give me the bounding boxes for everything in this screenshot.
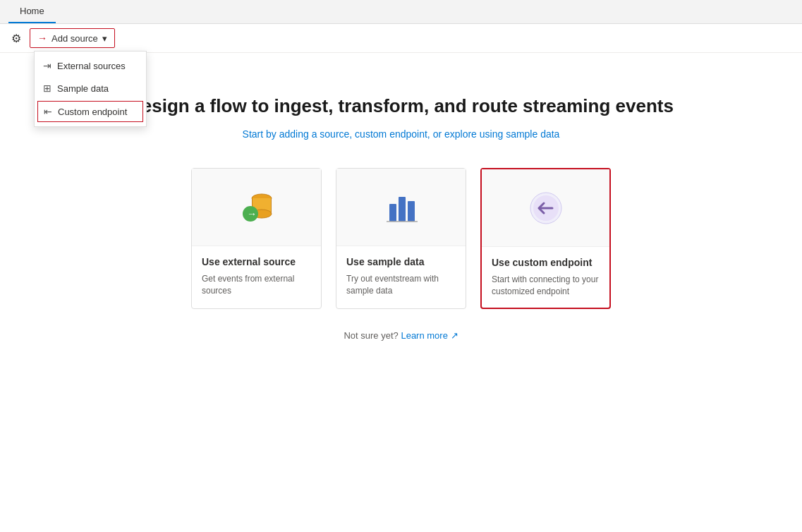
- toolbar: ⚙ → Add source ▾ ⇥ External sources ⊞ Sa…: [0, 24, 802, 53]
- dropdown-item-sample-data[interactable]: ⊞ Sample data: [35, 77, 146, 99]
- tab-home[interactable]: Home: [8, 0, 56, 23]
- custom-endpoint-icon: ⇤: [44, 106, 52, 117]
- card-sample-data-body: Use sample data Try out eventstream with…: [336, 246, 466, 307]
- card-custom-endpoint-body: Use custom endpoint Start with connectin…: [482, 247, 609, 308]
- dropdown-item-custom-endpoint[interactable]: ⇤ Custom endpoint: [37, 101, 143, 122]
- main-title: Design a flow to ingest, transform, and …: [128, 95, 674, 117]
- dropdown-item-sample-data-label: Sample data: [57, 83, 109, 94]
- add-source-button[interactable]: → Add source ▾: [30, 28, 115, 48]
- add-source-label: Add source: [51, 33, 98, 44]
- card-sample-data[interactable]: Use sample data Try out eventstream with…: [336, 168, 466, 309]
- gear-icon: ⚙: [11, 32, 21, 44]
- svg-rect-8: [399, 197, 406, 222]
- custom-endpoint-svg-icon: [521, 183, 571, 233]
- card-external-source-body: Use external source Get events from exte…: [192, 246, 321, 307]
- sample-data-svg-icon: [377, 183, 426, 232]
- svg-rect-4: [271, 198, 272, 214]
- card-external-source-desc: Get events from external sources: [202, 273, 311, 297]
- dropdown-item-custom-endpoint-label: Custom endpoint: [58, 107, 127, 117]
- card-custom-endpoint-icon-area: [482, 169, 609, 247]
- svg-text:→: →: [247, 208, 257, 219]
- card-sample-data-desc: Try out eventstream with sample data: [346, 273, 456, 297]
- sample-data-icon: ⊞: [43, 83, 51, 94]
- external-source-svg-icon: →: [232, 183, 281, 232]
- learn-more-row: Not sure yet? Learn more ↗: [344, 330, 458, 341]
- gear-button[interactable]: ⚙: [8, 29, 24, 48]
- dropdown-item-external-sources[interactable]: ⇥ External sources: [35, 54, 146, 77]
- card-custom-endpoint-desc: Start with connecting to your customized…: [492, 274, 600, 298]
- main-subtitle: Start by adding a source, custom endpoin…: [243, 128, 560, 140]
- add-source-arrow-icon: →: [37, 32, 47, 44]
- chevron-down-icon: ▾: [102, 33, 107, 44]
- dropdown-item-external-sources-label: External sources: [57, 61, 126, 71]
- card-external-source-icon-area: →: [192, 169, 321, 246]
- external-sources-icon: ⇥: [43, 60, 51, 71]
- svg-rect-9: [408, 201, 415, 222]
- card-custom-endpoint-title: Use custom endpoint: [492, 257, 600, 268]
- card-external-source-title: Use external source: [202, 256, 311, 267]
- card-sample-data-title: Use sample data: [346, 256, 456, 267]
- cards-row: → Use external source Get events from ex…: [191, 168, 611, 309]
- external-link-icon: ↗: [451, 330, 458, 341]
- card-external-source[interactable]: → Use external source Get events from ex…: [191, 168, 322, 309]
- card-sample-data-icon-area: [336, 169, 466, 246]
- svg-rect-7: [389, 204, 396, 222]
- add-source-dropdown: ⇥ External sources ⊞ Sample data ⇤ Custo…: [34, 51, 147, 127]
- learn-more-label: Learn more: [401, 330, 447, 341]
- learn-more-link[interactable]: Learn more ↗: [401, 330, 458, 341]
- card-custom-endpoint[interactable]: Use custom endpoint Start with connectin…: [480, 168, 611, 309]
- not-sure-text: Not sure yet?: [344, 330, 398, 341]
- tab-bar: Home: [0, 0, 802, 24]
